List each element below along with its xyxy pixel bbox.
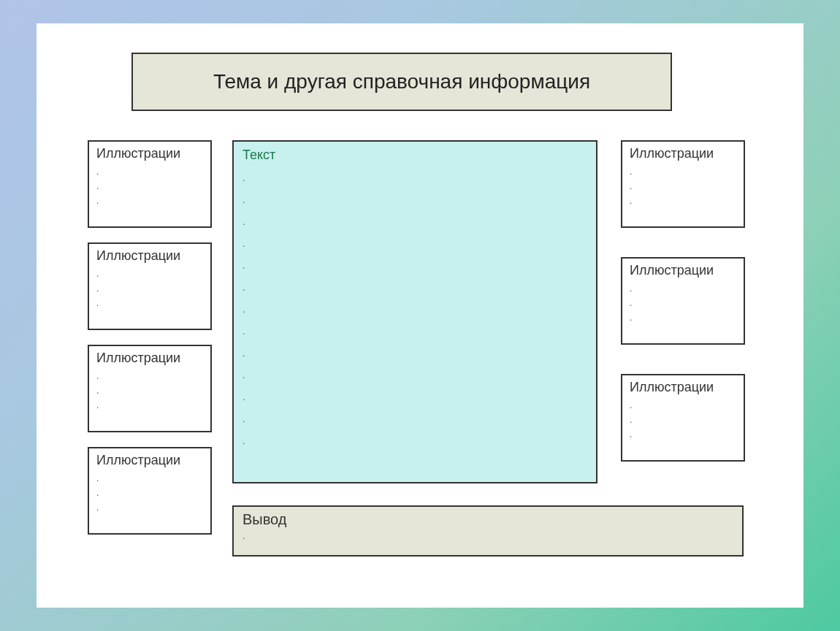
bullet: . — [243, 343, 587, 364]
bullet: . — [630, 281, 736, 296]
illustration-label: Иллюстрации — [630, 380, 736, 395]
illustration-box-left-4: Иллюстрации . . . — [88, 447, 212, 535]
bullet: . — [96, 500, 203, 515]
illustration-box-left-1: Иллюстрации . . . — [88, 140, 212, 228]
bullet: . — [96, 281, 203, 296]
illustration-label: Иллюстрации — [96, 351, 203, 366]
layout-canvas: Тема и другая справочная информация Иллю… — [37, 23, 803, 608]
bullet-list: . . . — [96, 267, 203, 310]
title-text: Тема и другая справочная информация — [213, 70, 590, 93]
illustration-label: Иллюстрации — [96, 248, 203, 264]
bullet: . — [243, 255, 587, 277]
bullet: . — [630, 427, 736, 442]
bullet: . — [96, 179, 203, 194]
text-box: Текст . . . . . . . . . . . . . — [232, 140, 597, 483]
bullet: . — [630, 179, 736, 194]
bullet: . — [96, 383, 203, 398]
bullet-list: . . . . . . . . . . . . . — [243, 167, 587, 452]
conclusion-box: Вывод . — [232, 505, 744, 557]
bullet: . — [243, 211, 587, 233]
bullet: . — [630, 164, 736, 179]
bullet: . — [243, 189, 587, 211]
illustration-box-right-2: Иллюстрации . . . — [621, 257, 745, 345]
bullet: . — [243, 430, 587, 452]
illustration-box-left-2: Иллюстрации . . . — [88, 242, 212, 330]
bullet: . — [243, 321, 587, 343]
bullet: . — [96, 486, 203, 500]
bullet: . — [96, 164, 203, 179]
bullet: . — [243, 167, 587, 189]
illustration-label: Иллюстрации — [630, 263, 736, 278]
bullet-list: . — [243, 531, 733, 541]
bullet: . — [96, 471, 203, 486]
text-label: Текст — [243, 148, 587, 163]
illustration-label: Иллюстрации — [96, 453, 203, 468]
bullet-list: . . . — [630, 398, 736, 442]
bullet-list: . . . — [630, 164, 736, 208]
bullet: . — [630, 310, 736, 325]
bullet: . — [630, 413, 736, 427]
bullet: . — [243, 277, 587, 299]
illustration-label: Иллюстрации — [630, 146, 736, 161]
title-box: Тема и другая справочная информация — [131, 53, 672, 111]
bullet: . — [96, 398, 203, 413]
illustration-box-right-3: Иллюстрации . . . — [621, 374, 745, 462]
bullet: . — [630, 296, 736, 310]
bullet: . — [96, 267, 203, 281]
bullet: . — [243, 299, 587, 321]
bullet: . — [243, 386, 587, 408]
conclusion-label: Вывод — [243, 511, 733, 528]
bullet: . — [243, 233, 587, 255]
bullet: . — [243, 531, 733, 541]
illustration-box-left-3: Иллюстрации . . . — [88, 345, 212, 432]
illustration-box-right-1: Иллюстрации . . . — [621, 140, 745, 228]
bullet: . — [243, 364, 587, 386]
bullet: . — [96, 369, 203, 383]
bullet: . — [96, 296, 203, 310]
illustration-label: Иллюстрации — [96, 146, 203, 161]
bullet-list: . . . — [96, 471, 203, 515]
bullet-list: . . . — [96, 369, 203, 413]
bullet-list: . . . — [96, 164, 203, 208]
bullet-list: . . . — [630, 281, 736, 325]
bullet: . — [96, 194, 203, 208]
bullet: . — [630, 398, 736, 413]
bullet: . — [243, 408, 587, 430]
bullet: . — [630, 194, 736, 208]
